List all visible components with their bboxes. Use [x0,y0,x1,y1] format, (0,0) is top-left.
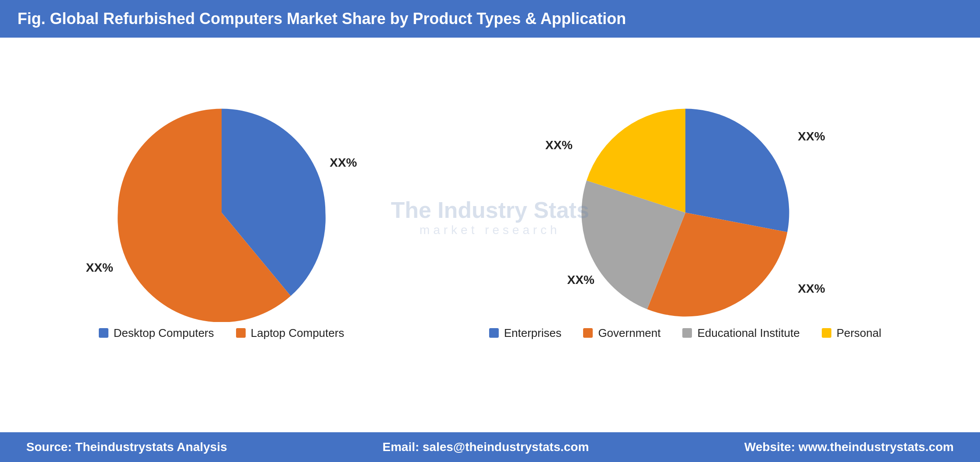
legend-desktop: Desktop Computers [99,326,214,340]
footer-email: Email: sales@theindustrystats.com [382,440,589,454]
right-label-enterprise: XX% [798,130,825,144]
legend-educational: Educational Institute [682,326,799,340]
header: Fig. Global Refurbished Computers Market… [0,0,980,38]
legend-desktop-dot [99,328,108,338]
footer-source: Source: Theindustrystats Analysis [26,440,227,454]
legend-enterprise-dot [489,328,499,338]
legend-government-label: Government [598,326,660,340]
legend-desktop-label: Desktop Computers [114,326,214,340]
left-legend: Desktop Computers Laptop Computers [99,326,344,340]
right-chart-block: XX% XX% XX% XX% Enterprises Government E… [489,103,881,340]
right-pie-chart [576,103,795,322]
left-label-desktop: XX% [330,156,357,170]
left-label-laptop: XX% [86,261,113,275]
legend-educational-label: Educational Institute [697,326,799,340]
left-pie-wrapper: XX% XX% [112,103,331,322]
footer-website: Website: www.theindustrystats.com [744,440,954,454]
legend-enterprise-label: Enterprises [504,326,562,340]
left-pie-chart [112,103,331,322]
left-chart-block: XX% XX% Desktop Computers Laptop Compute… [99,103,344,340]
header-title: Fig. Global Refurbished Computers Market… [17,10,626,28]
right-label-personal: XX% [546,138,573,152]
footer: Source: Theindustrystats Analysis Email:… [0,432,980,462]
legend-enterprise: Enterprises [489,326,562,340]
legend-laptop-dot [236,328,246,338]
legend-personal-dot [822,328,831,338]
legend-government: Government [583,326,660,340]
right-legend: Enterprises Government Educational Insti… [489,326,881,340]
right-pie-wrapper: XX% XX% XX% XX% [576,103,795,322]
legend-laptop-label: Laptop Computers [251,326,344,340]
legend-government-dot [583,328,593,338]
legend-laptop: Laptop Computers [236,326,344,340]
right-label-educational: XX% [567,273,594,287]
legend-educational-dot [682,328,692,338]
legend-personal: Personal [822,326,882,340]
legend-personal-label: Personal [837,326,882,340]
right-label-government: XX% [798,282,825,296]
